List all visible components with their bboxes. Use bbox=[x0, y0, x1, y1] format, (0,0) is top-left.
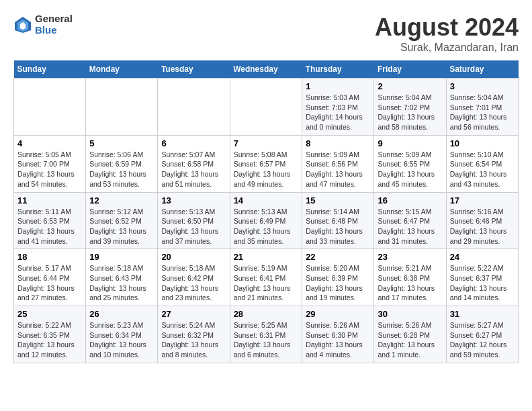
calendar-cell: 6Sunrise: 5:07 AMSunset: 6:58 PMDaylight… bbox=[158, 135, 230, 192]
calendar-cell: 2Sunrise: 5:04 AMSunset: 7:02 PMDaylight… bbox=[374, 79, 446, 136]
day-info: Sunrise: 5:18 AMSunset: 6:43 PMDaylight:… bbox=[89, 263, 154, 303]
calendar-week-1: 1Sunrise: 5:03 AMSunset: 7:03 PMDaylight… bbox=[14, 79, 519, 136]
calendar-cell: 29Sunrise: 5:26 AMSunset: 6:30 PMDayligh… bbox=[302, 306, 374, 363]
calendar-cell: 26Sunrise: 5:23 AMSunset: 6:34 PMDayligh… bbox=[86, 306, 158, 363]
logo-text: General Blue bbox=[35, 13, 73, 36]
day-info: Sunrise: 5:12 AMSunset: 6:52 PMDaylight:… bbox=[89, 207, 154, 246]
calendar-cell: 25Sunrise: 5:22 AMSunset: 6:35 PMDayligh… bbox=[14, 306, 86, 363]
title-block: August 2024 Surak, Mazandaran, Iran bbox=[375, 13, 519, 54]
calendar-cell: 21Sunrise: 5:19 AMSunset: 6:41 PMDayligh… bbox=[230, 249, 302, 306]
day-number: 30 bbox=[378, 309, 442, 319]
calendar-cell: 1Sunrise: 5:03 AMSunset: 7:03 PMDaylight… bbox=[302, 79, 374, 136]
day-number: 29 bbox=[306, 309, 370, 319]
calendar-header-row: SundayMondayTuesdayWednesdayThursdayFrid… bbox=[14, 60, 519, 79]
calendar-cell: 16Sunrise: 5:15 AMSunset: 6:47 PMDayligh… bbox=[374, 192, 446, 249]
logo-blue: Blue bbox=[35, 25, 73, 36]
day-number: 5 bbox=[89, 138, 154, 148]
col-header-monday: Monday bbox=[86, 60, 158, 79]
calendar-cell: 15Sunrise: 5:14 AMSunset: 6:48 PMDayligh… bbox=[302, 192, 374, 249]
calendar-cell: 3Sunrise: 5:04 AMSunset: 7:01 PMDaylight… bbox=[446, 79, 518, 136]
calendar-cell bbox=[158, 79, 230, 136]
calendar-cell: 5Sunrise: 5:06 AMSunset: 6:59 PMDaylight… bbox=[86, 135, 158, 192]
calendar-cell: 7Sunrise: 5:08 AMSunset: 6:57 PMDaylight… bbox=[230, 135, 302, 192]
day-number: 2 bbox=[378, 81, 442, 91]
day-number: 18 bbox=[17, 252, 82, 262]
calendar-cell: 17Sunrise: 5:16 AMSunset: 6:46 PMDayligh… bbox=[446, 192, 518, 249]
logo: General Blue bbox=[13, 13, 73, 36]
calendar-cell: 31Sunrise: 5:27 AMSunset: 6:27 PMDayligh… bbox=[446, 306, 518, 363]
calendar-week-5: 25Sunrise: 5:22 AMSunset: 6:35 PMDayligh… bbox=[14, 306, 519, 363]
day-info: Sunrise: 5:27 AMSunset: 6:27 PMDaylight:… bbox=[450, 320, 515, 360]
day-number: 14 bbox=[234, 195, 299, 205]
day-number: 19 bbox=[89, 252, 154, 262]
day-info: Sunrise: 5:15 AMSunset: 6:47 PMDaylight:… bbox=[378, 207, 442, 246]
day-info: Sunrise: 5:17 AMSunset: 6:44 PMDaylight:… bbox=[17, 263, 82, 303]
day-number: 4 bbox=[17, 138, 82, 148]
calendar-cell: 14Sunrise: 5:13 AMSunset: 6:49 PMDayligh… bbox=[230, 192, 302, 249]
calendar-cell: 19Sunrise: 5:18 AMSunset: 6:43 PMDayligh… bbox=[86, 249, 158, 306]
day-info: Sunrise: 5:26 AMSunset: 6:28 PMDaylight:… bbox=[378, 320, 442, 360]
day-number: 6 bbox=[161, 138, 226, 148]
day-number: 27 bbox=[161, 309, 226, 319]
col-header-saturday: Saturday bbox=[446, 60, 518, 79]
calendar-cell: 18Sunrise: 5:17 AMSunset: 6:44 PMDayligh… bbox=[14, 249, 86, 306]
calendar-table: SundayMondayTuesdayWednesdayThursdayFrid… bbox=[13, 60, 519, 363]
day-info: Sunrise: 5:18 AMSunset: 6:42 PMDaylight:… bbox=[161, 263, 226, 303]
calendar-week-2: 4Sunrise: 5:05 AMSunset: 7:00 PMDaylight… bbox=[14, 135, 519, 192]
day-info: Sunrise: 5:23 AMSunset: 6:34 PMDaylight:… bbox=[89, 320, 154, 360]
day-info: Sunrise: 5:24 AMSunset: 6:32 PMDaylight:… bbox=[161, 320, 226, 360]
day-number: 7 bbox=[234, 138, 299, 148]
calendar-cell bbox=[14, 79, 86, 136]
calendar-cell: 20Sunrise: 5:18 AMSunset: 6:42 PMDayligh… bbox=[158, 249, 230, 306]
day-info: Sunrise: 5:21 AMSunset: 6:38 PMDaylight:… bbox=[378, 263, 442, 303]
day-info: Sunrise: 5:03 AMSunset: 7:03 PMDaylight:… bbox=[306, 93, 370, 132]
calendar-cell: 22Sunrise: 5:20 AMSunset: 6:39 PMDayligh… bbox=[302, 249, 374, 306]
calendar-week-4: 18Sunrise: 5:17 AMSunset: 6:44 PMDayligh… bbox=[14, 249, 519, 306]
col-header-wednesday: Wednesday bbox=[230, 60, 302, 79]
calendar-cell: 9Sunrise: 5:09 AMSunset: 6:55 PMDaylight… bbox=[374, 135, 446, 192]
logo-icon bbox=[13, 15, 32, 34]
col-header-tuesday: Tuesday bbox=[158, 60, 230, 79]
day-info: Sunrise: 5:04 AMSunset: 7:02 PMDaylight:… bbox=[378, 93, 442, 132]
day-info: Sunrise: 5:11 AMSunset: 6:53 PMDaylight:… bbox=[17, 207, 82, 246]
day-info: Sunrise: 5:05 AMSunset: 7:00 PMDaylight:… bbox=[17, 150, 82, 189]
day-number: 3 bbox=[450, 81, 515, 91]
day-info: Sunrise: 5:16 AMSunset: 6:46 PMDaylight:… bbox=[450, 207, 515, 246]
day-info: Sunrise: 5:20 AMSunset: 6:39 PMDaylight:… bbox=[306, 263, 370, 303]
day-number: 26 bbox=[89, 309, 154, 319]
day-info: Sunrise: 5:25 AMSunset: 6:31 PMDaylight:… bbox=[234, 320, 299, 360]
day-number: 15 bbox=[306, 195, 370, 205]
day-number: 11 bbox=[17, 195, 82, 205]
day-number: 23 bbox=[378, 252, 442, 262]
day-info: Sunrise: 5:10 AMSunset: 6:54 PMDaylight:… bbox=[450, 150, 515, 189]
day-info: Sunrise: 5:08 AMSunset: 6:57 PMDaylight:… bbox=[234, 150, 299, 189]
day-number: 16 bbox=[378, 195, 442, 205]
page-title: August 2024 bbox=[375, 13, 519, 42]
day-info: Sunrise: 5:26 AMSunset: 6:30 PMDaylight:… bbox=[306, 320, 370, 360]
logo-general: General bbox=[35, 13, 73, 25]
day-number: 9 bbox=[378, 138, 442, 148]
day-number: 1 bbox=[306, 81, 370, 91]
calendar-cell: 4Sunrise: 5:05 AMSunset: 7:00 PMDaylight… bbox=[14, 135, 86, 192]
day-number: 24 bbox=[450, 252, 515, 262]
col-header-thursday: Thursday bbox=[302, 60, 374, 79]
day-number: 8 bbox=[306, 138, 370, 148]
calendar-cell: 10Sunrise: 5:10 AMSunset: 6:54 PMDayligh… bbox=[446, 135, 518, 192]
day-info: Sunrise: 5:13 AMSunset: 6:50 PMDaylight:… bbox=[161, 207, 226, 246]
day-info: Sunrise: 5:22 AMSunset: 6:35 PMDaylight:… bbox=[17, 320, 82, 360]
calendar-cell: 24Sunrise: 5:22 AMSunset: 6:37 PMDayligh… bbox=[446, 249, 518, 306]
calendar-cell bbox=[86, 79, 158, 136]
day-info: Sunrise: 5:14 AMSunset: 6:48 PMDaylight:… bbox=[306, 207, 370, 246]
day-info: Sunrise: 5:09 AMSunset: 6:55 PMDaylight:… bbox=[378, 150, 442, 189]
col-header-sunday: Sunday bbox=[14, 60, 86, 79]
page-subtitle: Surak, Mazandaran, Iran bbox=[375, 42, 519, 54]
page-header: General Blue August 2024 Surak, Mazandar… bbox=[13, 13, 519, 54]
day-number: 10 bbox=[450, 138, 515, 148]
day-number: 25 bbox=[17, 309, 82, 319]
day-info: Sunrise: 5:06 AMSunset: 6:59 PMDaylight:… bbox=[89, 150, 154, 189]
day-number: 17 bbox=[450, 195, 515, 205]
calendar-cell bbox=[230, 79, 302, 136]
day-info: Sunrise: 5:22 AMSunset: 6:37 PMDaylight:… bbox=[450, 263, 515, 303]
day-info: Sunrise: 5:04 AMSunset: 7:01 PMDaylight:… bbox=[450, 93, 515, 132]
calendar-week-3: 11Sunrise: 5:11 AMSunset: 6:53 PMDayligh… bbox=[14, 192, 519, 249]
